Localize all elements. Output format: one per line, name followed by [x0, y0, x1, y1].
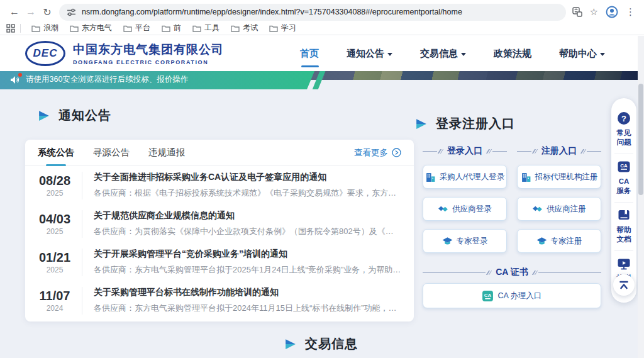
reload-icon[interactable]: ↻ — [39, 6, 55, 18]
document-icon — [617, 208, 631, 222]
folder-icon — [123, 25, 132, 32]
speaker-icon — [10, 76, 20, 84]
sidebar-item-faq[interactable]: ? 常见问题 — [614, 106, 633, 154]
supplier-register-button[interactable]: 供应商注册 — [517, 197, 601, 221]
main-nav: 首页 通知公告 交易信息 政策法规 帮助中心 — [300, 36, 605, 71]
tab-sourcing-notices[interactable]: 寻源公告 — [93, 140, 130, 166]
notice-date: 04/03 2025 — [34, 212, 75, 236]
notice-desc: 各供应商：东方电气采购管理平台拟于2025年1月24日上线“竞价采购”业务，为帮… — [94, 264, 401, 276]
back-icon[interactable]: ← — [6, 6, 23, 18]
notice-list-item[interactable]: 11/07 2024 关于采购管理平台标书在线制作功能培训的通知 各供应商：东方… — [25, 281, 414, 320]
folder-icon — [231, 25, 240, 32]
divider — [82, 210, 82, 238]
section-arrow-icon — [38, 110, 50, 121]
notice-tabs: 系统公告 寻源公告 违规通报 查看更多 — [25, 140, 414, 166]
register-entry-header: 注册入口 — [517, 145, 601, 157]
building-icon — [425, 172, 436, 182]
bookmark-folder[interactable]: 东方电气 — [64, 23, 118, 33]
section-title: 通知公告 — [58, 107, 111, 124]
notice-list-item[interactable]: 08/28 2025 关于全面推进非招标采购业务CA认证及电子签章应用的通知 各… — [25, 166, 414, 204]
chevron-down-icon — [387, 53, 392, 56]
notice-title: 关于全面推进非招标采购业务CA认证及电子签章应用的通知 — [94, 172, 401, 183]
toolbar-right-icons: ☆ ⋮ — [572, 6, 638, 18]
apps-grid-icon[interactable] — [6, 24, 15, 33]
notice-title: 关于采购管理平台标书在线制作功能培训的通知 — [94, 287, 401, 298]
folder-icon — [31, 25, 40, 32]
tab-system-notices[interactable]: 系统公告 — [38, 140, 74, 166]
graduation-cap-icon — [536, 236, 547, 247]
folder-icon — [162, 25, 170, 32]
dec-logo: DEC — [25, 41, 65, 66]
bookmark-folder[interactable]: 平台 — [118, 23, 156, 33]
svg-text:CA: CA — [620, 162, 628, 168]
divider — [82, 287, 82, 315]
browser-chrome: ← → ↻ nsrm.dongfang.com/platform/runtime… — [0, 0, 644, 36]
section-arrow-icon — [284, 338, 297, 350]
company-name-block: 中国东方电气集团有限公司 DONGFANG ELECTRIC CORPORATI… — [73, 42, 224, 65]
chevron-down-icon — [461, 53, 466, 56]
notice-title: 关于规范供应商企业规模信息的通知 — [94, 210, 401, 221]
address-bar[interactable]: nsrm.dongfang.com/platform/runtime/epp/d… — [59, 4, 566, 21]
purchaser-login-button[interactable]: 采购人/代理人登录 — [423, 165, 507, 189]
profile-avatar-icon[interactable] — [606, 6, 618, 18]
folder-icon — [269, 25, 278, 32]
notice-date: 01/21 2025 — [34, 250, 75, 274]
browser-toolbar: ← → ↻ nsrm.dongfang.com/platform/runtime… — [0, 0, 644, 21]
nav-item-policies[interactable]: 政策法规 — [494, 48, 531, 60]
tab-violation-reports[interactable]: 违规通报 — [148, 140, 185, 166]
site-header: DEC 中国东方电气集团有限公司 DONGFANG ELECTRIC CORPO… — [0, 36, 644, 71]
folder-icon — [192, 25, 201, 32]
page-scrollbar-thumb[interactable] — [638, 84, 643, 195]
ca-apply-button[interactable]: CA CA 办理入口 — [423, 283, 601, 308]
view-more-link[interactable]: 查看更多 — [354, 147, 401, 159]
notice-title: 关于开展采购管理平台“竞价采购业务”培训的通知 — [94, 249, 401, 260]
bookmarks-bar: 浪潮 东方电气 平台 前 工具 考试 学习 — [0, 21, 644, 35]
translate-icon[interactable] — [572, 7, 582, 17]
bookmark-folder[interactable]: 浪潮 — [26, 23, 64, 33]
bookmark-star-icon[interactable]: ☆ — [590, 6, 598, 18]
page-scrollbar-track[interactable] — [638, 36, 644, 358]
nav-item-trade-info[interactable]: 交易信息 — [420, 48, 466, 60]
brand-logo-block[interactable]: DEC 中国东方电气集团有限公司 DONGFANG ELECTRIC CORPO… — [25, 41, 224, 66]
notice-date: 08/28 2025 — [34, 174, 75, 198]
question-icon: ? — [617, 111, 631, 125]
section-arrow-icon — [415, 118, 428, 130]
expert-register-button[interactable]: 专家注册 — [517, 229, 601, 253]
floating-sidebar: ? 常见问题 CA CA服务 帮助文档 培训视频 — [611, 98, 636, 303]
forward-icon[interactable]: → — [23, 6, 39, 18]
collapse-up-icon — [618, 279, 630, 291]
sidebar-item-ca-service[interactable]: CA CA服务 — [614, 154, 633, 202]
notification-dot — [18, 73, 22, 77]
supplier-login-button[interactable]: 供应商登录 — [423, 197, 507, 221]
bookmark-folder[interactable]: 前 — [156, 23, 187, 33]
login-register-grid: 采购人/代理人登录 招标代理机构注册 供应商登录 供应商注册 专家登录 — [423, 165, 601, 253]
collapse-sidebar-button[interactable] — [613, 274, 635, 296]
ca-cert-header: CA 证书 — [423, 267, 601, 278]
ca-icon: CA — [617, 160, 631, 174]
nav-item-notices[interactable]: 通知公告 — [347, 48, 392, 60]
section-title: 交易信息 — [305, 335, 358, 352]
bookmark-folder[interactable]: 考试 — [225, 23, 264, 33]
url-text: nsrm.dongfang.com/platform/runtime/epp/d… — [82, 8, 462, 16]
company-name-en: DONGFANG ELECTRIC CORPORATION — [73, 59, 224, 65]
svg-text:CA: CA — [484, 292, 492, 298]
notice-ticker: 请使用360安全浏览器进行后续投标、报价操作 — [0, 70, 315, 89]
bookmarks-separator — [20, 24, 21, 33]
ticker-text: 请使用360安全浏览器进行后续投标、报价操作 — [26, 74, 188, 85]
bidding-agency-register-button[interactable]: 招标代理机构注册 — [517, 165, 601, 189]
nav-item-help-center[interactable]: 帮助中心 — [559, 48, 605, 60]
divider — [82, 172, 82, 199]
chevron-down-icon — [600, 53, 605, 56]
login-entry-header: 登录入口 — [423, 145, 507, 157]
bookmark-folder[interactable]: 工具 — [187, 23, 225, 33]
notice-list-item[interactable]: 01/21 2025 关于开展采购管理平台“竞价采购业务”培训的通知 各供应商：… — [25, 243, 414, 281]
expert-login-button[interactable]: 专家登录 — [423, 229, 507, 253]
notice-list-item[interactable]: 04/03 2025 关于规范供应商企业规模信息的通知 各供应商：为贯彻落实《保… — [25, 204, 414, 243]
notice-card: 系统公告 寻源公告 违规通报 查看更多 08/28 2025 关于全面推进非招标… — [25, 140, 414, 322]
sidebar-item-help-docs[interactable]: 帮助文档 — [614, 202, 633, 250]
browser-menu-icon[interactable]: ⋮ — [626, 6, 635, 18]
nav-item-home[interactable]: 首页 — [300, 48, 319, 60]
section-title: 登录注册入口 — [436, 115, 515, 132]
notice-desc: 各供应商：根据《电子招标投标系统技术规范》《电子采购交易规范》要求，东方电气采购… — [94, 187, 401, 199]
bookmark-folder[interactable]: 学习 — [264, 23, 302, 33]
